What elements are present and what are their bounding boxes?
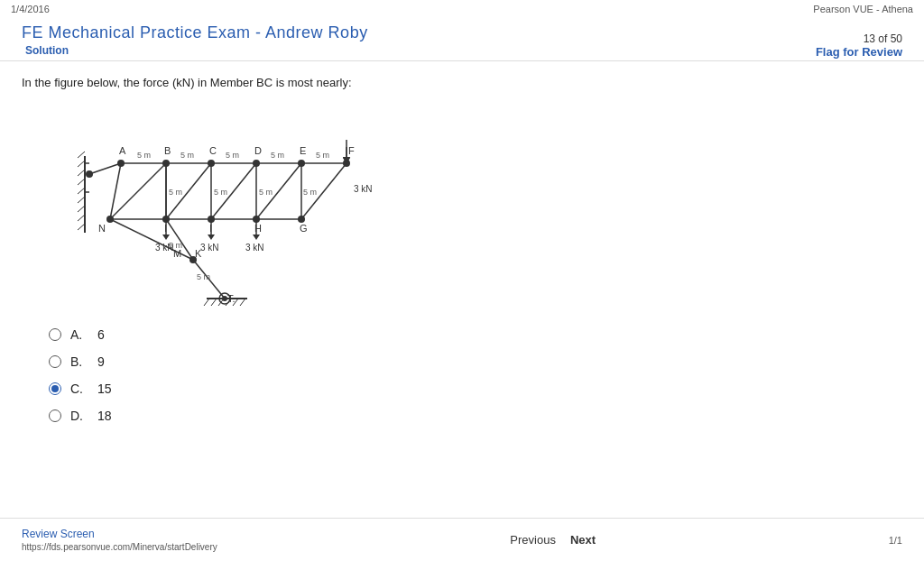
svg-text:N: N xyxy=(98,223,106,234)
option-label-c: C. xyxy=(70,382,88,396)
svg-text:3 kN: 3 kN xyxy=(245,243,264,253)
svg-text:5 m: 5 m xyxy=(197,272,210,281)
svg-line-30 xyxy=(78,179,85,185)
svg-text:5 m: 5 m xyxy=(226,151,239,160)
question-count: 13 of 50 xyxy=(816,32,902,45)
svg-line-33 xyxy=(78,206,85,212)
svg-text:5 m: 5 m xyxy=(137,151,151,160)
svg-point-53 xyxy=(298,216,305,223)
header-right: 13 of 50 Flag for Review xyxy=(816,32,902,59)
svg-text:3 kN: 3 kN xyxy=(354,184,373,194)
option-row-d[interactable]: D. 18 xyxy=(49,409,902,423)
svg-point-44 xyxy=(162,160,170,167)
footer: Review Screen https://fds.pearsonvue.com… xyxy=(0,518,924,561)
svg-point-57 xyxy=(86,170,93,178)
svg-text:B: B xyxy=(164,145,171,156)
svg-text:3 kN: 3 kN xyxy=(200,243,219,253)
option-label-d: D. xyxy=(70,409,88,423)
svg-line-9 xyxy=(89,163,121,174)
svg-line-11 xyxy=(110,163,166,219)
svg-line-31 xyxy=(78,188,85,194)
svg-text:3 kN: 3 kN xyxy=(155,243,174,253)
radio-c[interactable] xyxy=(49,382,61,395)
svg-text:5 m: 5 m xyxy=(303,188,317,197)
svg-text:A: A xyxy=(119,145,126,156)
svg-line-37 xyxy=(204,299,209,306)
truss-diagram: A B C D E F 5 m 5 m 5 m 5 m 5 m 5 m 5 m … xyxy=(40,102,419,309)
svg-text:5 m: 5 m xyxy=(169,188,182,197)
footer-left: Review Screen https://fds.pearsonvue.com… xyxy=(22,528,217,552)
svg-line-32 xyxy=(78,197,85,203)
svg-text:E: E xyxy=(300,145,306,156)
option-label-b: B. xyxy=(70,354,88,369)
svg-text:C: C xyxy=(209,145,217,156)
header: FE Mechanical Practice Exam - Andrew Rob… xyxy=(0,18,924,61)
svg-text:T.: T. xyxy=(227,293,236,304)
option-row-a[interactable]: A. 6 xyxy=(49,327,902,342)
next-button[interactable]: Next xyxy=(570,533,596,547)
svg-text:5 m: 5 m xyxy=(259,188,273,197)
svg-line-29 xyxy=(78,170,85,176)
svg-text:G: G xyxy=(300,223,308,234)
previous-button[interactable]: Previous xyxy=(510,533,556,547)
svg-text:D: D xyxy=(254,145,262,156)
svg-text:5 m: 5 m xyxy=(271,151,284,160)
svg-line-28 xyxy=(78,161,85,167)
svg-text:5 m: 5 m xyxy=(316,151,329,160)
svg-point-49 xyxy=(106,216,114,223)
svg-line-42 xyxy=(240,299,245,306)
question-text: In the figure below, the force (kN) in M… xyxy=(22,76,902,89)
top-bar: 1/4/2016 Pearson VUE - Athena xyxy=(0,0,924,18)
radio-b[interactable] xyxy=(49,355,61,368)
svg-marker-91 xyxy=(208,235,215,240)
diagram-area: A B C D E F 5 m 5 m 5 m 5 m 5 m 5 m 5 m … xyxy=(40,102,419,309)
svg-line-27 xyxy=(78,152,85,158)
option-row-c[interactable]: C. 15 xyxy=(49,382,902,396)
radio-a[interactable] xyxy=(49,328,61,341)
svg-marker-88 xyxy=(162,235,170,240)
svg-point-45 xyxy=(208,160,215,167)
option-value-b: 9 xyxy=(97,354,125,369)
app-label: Pearson VUE - Athena xyxy=(813,4,913,14)
footer-page: 1/1 xyxy=(889,535,902,546)
svg-text:F: F xyxy=(348,145,355,156)
svg-line-38 xyxy=(211,299,217,306)
solution-label: Solution xyxy=(22,42,902,57)
option-label-a: A. xyxy=(70,327,88,342)
svg-text:H: H xyxy=(254,223,262,234)
footer-nav: Previous Next xyxy=(510,533,596,547)
option-value-d: 18 xyxy=(97,409,125,423)
date-label: 1/4/2016 xyxy=(11,4,50,14)
svg-text:5 m: 5 m xyxy=(180,151,194,160)
footer-url: https://fds.pearsonvue.com/Minerva/start… xyxy=(22,542,217,552)
svg-line-35 xyxy=(78,224,85,230)
svg-point-47 xyxy=(298,160,305,167)
flag-review-button[interactable]: Flag for Review xyxy=(816,45,902,59)
option-value-a: 6 xyxy=(97,327,125,342)
svg-line-34 xyxy=(78,215,85,221)
review-screen-link[interactable]: Review Screen xyxy=(22,528,217,540)
main-content: In the figure below, the force (kN) in M… xyxy=(0,61,924,450)
svg-point-43 xyxy=(117,160,125,167)
options-area: A. 6 B. 9 C. 15 D. 18 xyxy=(22,327,902,423)
svg-point-46 xyxy=(253,160,260,167)
radio-d[interactable] xyxy=(49,409,61,422)
option-row-b[interactable]: B. 9 xyxy=(49,354,902,369)
option-value-c: 15 xyxy=(97,382,125,396)
svg-text:5 m: 5 m xyxy=(214,188,227,197)
svg-marker-94 xyxy=(253,235,260,240)
exam-title: FE Mechanical Practice Exam - Andrew Rob… xyxy=(22,23,902,42)
